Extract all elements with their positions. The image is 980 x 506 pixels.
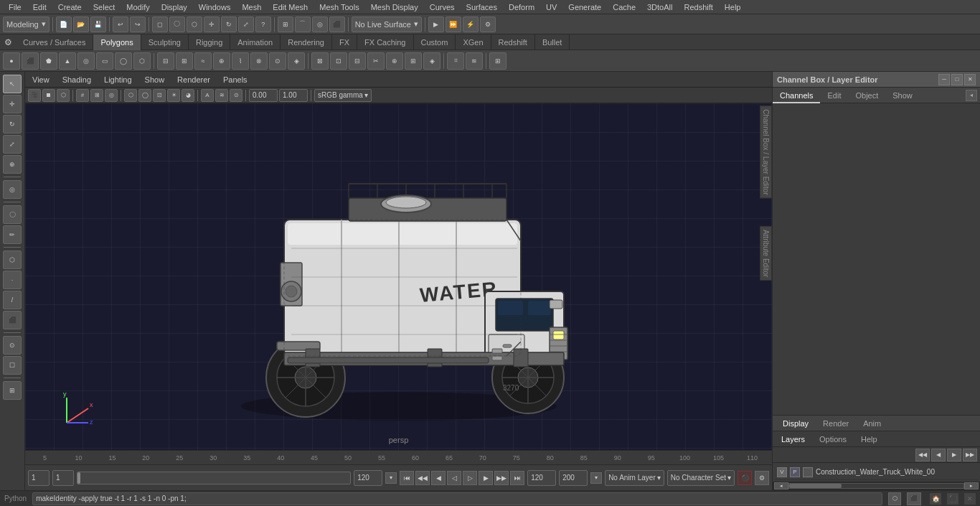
workspace-dropdown[interactable]: Modeling ▾: [3, 17, 50, 32]
menu-3dtoll[interactable]: 3DtoAll: [641, 0, 678, 14]
soft-select-tool[interactable]: ◎: [3, 180, 22, 199]
layer-tab-render[interactable]: Render: [817, 416, 854, 431]
tab-curves-surfaces[interactable]: Curves / Surfaces: [16, 34, 93, 50]
cb-right-nav-1[interactable]: ◂: [966, 90, 977, 101]
auto-key-btn[interactable]: ⚫: [738, 471, 752, 485]
render-settings-btn[interactable]: ⚙: [480, 17, 496, 32]
layer-nav-left[interactable]: ◀: [931, 449, 946, 462]
vp-wireframe-btn[interactable]: ⬡: [124, 89, 137, 102]
vp-menu-shading[interactable]: Shading: [58, 72, 95, 88]
menu-select[interactable]: Select: [88, 0, 121, 14]
layer-visibility-btn[interactable]: V: [777, 467, 787, 477]
shelf-slide[interactable]: ⊟: [349, 52, 366, 70]
vp-colorspace-dropdown[interactable]: sRGB gamma ▾: [314, 89, 372, 102]
menu-create[interactable]: Create: [52, 0, 88, 14]
timeline-scrub[interactable]: [77, 472, 351, 484]
attribute-editor-tab[interactable]: Attribute Editor: [760, 225, 772, 280]
scrollbar-track[interactable]: [788, 483, 964, 489]
paint-btn[interactable]: ⬡: [187, 17, 202, 32]
shelf-plane[interactable]: ▭: [96, 52, 113, 70]
save-file-btn[interactable]: 💾: [90, 17, 106, 32]
anim-range-arrow[interactable]: ▾: [590, 472, 602, 484]
layer-item[interactable]: V P Construction_Water_Truck_White_00: [774, 464, 979, 480]
tab-sculpting[interactable]: Sculpting: [141, 34, 189, 50]
channel-box-min-btn[interactable]: ─: [938, 74, 950, 85]
vp-grid-btn[interactable]: #: [76, 89, 89, 102]
vp-aspect-btn[interactable]: ⬡: [57, 89, 70, 102]
menu-deform[interactable]: Deform: [503, 0, 540, 14]
shelf-torus[interactable]: ◎: [77, 52, 95, 70]
shelf-connect[interactable]: ⊕: [386, 52, 403, 70]
snap-point-btn[interactable]: ◎: [312, 17, 328, 32]
shelf-crease[interactable]: ≋: [466, 52, 483, 70]
undo-btn[interactable]: ↩: [113, 17, 128, 32]
tab-xgen[interactable]: XGen: [456, 34, 491, 50]
menu-modify[interactable]: Modify: [121, 0, 155, 14]
tab-redshift[interactable]: Redshift: [491, 34, 535, 50]
vp-shadow-btn[interactable]: ◕: [182, 89, 194, 102]
status-script-btn[interactable]: ⬡: [888, 492, 901, 505]
anim-layer-dropdown[interactable]: No Anim Layer ▾: [605, 470, 664, 486]
live-surface-dropdown[interactable]: No Live Surface ▾: [352, 17, 422, 32]
render-all-btn[interactable]: ⏩: [446, 17, 461, 32]
scroll-left-btn[interactable]: ◂: [774, 482, 788, 489]
go-to-end-btn[interactable]: ⏭: [510, 471, 524, 485]
snap-surface-btn[interactable]: ⬛: [329, 17, 345, 32]
play-forward-btn[interactable]: ▷: [463, 471, 477, 485]
menu-windows[interactable]: Windows: [193, 0, 237, 14]
lasso-tool[interactable]: 〇: [3, 205, 22, 224]
menu-help[interactable]: Help: [719, 0, 747, 14]
shelf-mirror[interactable]: ⊟: [157, 52, 174, 70]
scale-btn[interactable]: ⤢: [238, 17, 254, 32]
menu-surfaces[interactable]: Surfaces: [461, 0, 503, 14]
lasso-btn[interactable]: 〇: [169, 17, 185, 32]
window-icon[interactable]: ⬛: [947, 493, 958, 505]
vp-menu-show[interactable]: Show: [141, 72, 169, 88]
shelf-merge[interactable]: ◈: [423, 52, 440, 70]
tab-fx[interactable]: FX: [332, 34, 357, 50]
edge-select[interactable]: /: [3, 291, 22, 309]
vp-smooth-btn[interactable]: ◯: [138, 89, 151, 102]
channel-box-max-btn[interactable]: □: [951, 74, 963, 85]
menu-mesh-tools[interactable]: Mesh Tools: [314, 0, 364, 14]
menu-redshift[interactable]: Redshift: [678, 0, 718, 14]
vp-hud-btn[interactable]: ⊞: [90, 89, 103, 102]
anim-prefs-btn[interactable]: ⚙: [755, 471, 769, 485]
vp-light-btn[interactable]: ☀: [167, 89, 180, 102]
shelf-multi-cut[interactable]: ✂: [367, 52, 385, 70]
end-frame-arrow[interactable]: ▾: [385, 472, 397, 484]
snap-grid-btn[interactable]: ⊞: [278, 17, 293, 32]
layer-tab-anim[interactable]: Anim: [857, 416, 887, 431]
open-file-btn[interactable]: 📂: [73, 17, 89, 32]
question-btn[interactable]: ?: [255, 17, 271, 32]
layer-sub-tab-options[interactable]: Options: [814, 431, 852, 447]
tab-rendering[interactable]: Rendering: [281, 34, 332, 50]
play-back-btn[interactable]: ◁: [447, 471, 461, 485]
layer-edit-btn[interactable]: [803, 467, 813, 477]
shelf-extrude[interactable]: ⊕: [213, 52, 230, 70]
menu-cache[interactable]: Cache: [607, 0, 641, 14]
close-panel-icon[interactable]: ✕: [964, 493, 976, 505]
shelf-insert-loop[interactable]: ⊠: [311, 52, 329, 70]
shelf-uv[interactable]: ⊞: [489, 52, 507, 70]
vp-menu-lighting[interactable]: Lighting: [100, 72, 136, 88]
frame-start-field[interactable]: 1: [52, 470, 74, 486]
sculpt-btn[interactable]: ⊙: [3, 336, 22, 355]
tab-bullet[interactable]: Bullet: [535, 34, 570, 50]
anim-end-field[interactable]: 200: [559, 470, 588, 486]
tab-animation[interactable]: Animation: [230, 34, 281, 50]
redo-btn[interactable]: ↪: [130, 17, 146, 32]
shelf-target-weld[interactable]: ⊞: [405, 52, 422, 70]
vertex-select[interactable]: ·: [3, 271, 22, 289]
snap-curve-btn[interactable]: ⌒: [295, 17, 311, 32]
render-btn[interactable]: ▶: [428, 17, 444, 32]
shelf-cylinder[interactable]: ⬟: [40, 52, 57, 70]
move-tool[interactable]: ✛: [3, 95, 22, 113]
shelf-bridge[interactable]: ⌇: [232, 52, 249, 70]
face-select[interactable]: ⬛: [3, 311, 22, 329]
panel-icon[interactable]: 🏠: [930, 493, 941, 505]
shelf-circularize[interactable]: ⊙: [269, 52, 286, 70]
vp-menu-renderer[interactable]: Renderer: [173, 72, 215, 88]
select-tool-btn[interactable]: ◻: [152, 17, 168, 32]
vp-isolate-btn[interactable]: ◎: [105, 89, 118, 102]
